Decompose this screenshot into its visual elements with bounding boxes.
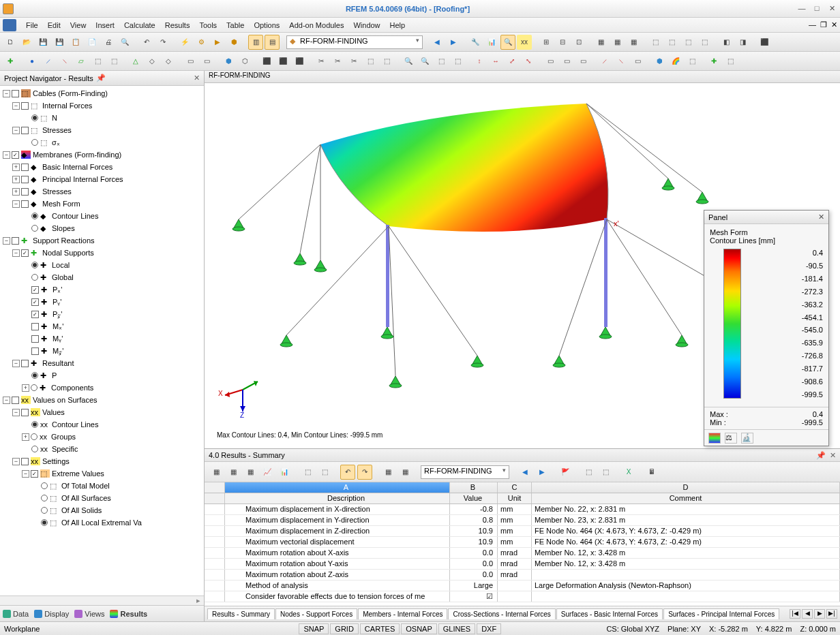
tb-g-icon[interactable]: ⊡ [571, 35, 586, 50]
tab-display[interactable]: Display [34, 610, 69, 618]
tab-data[interactable]: Data [3, 610, 29, 618]
rtb-10[interactable]: ▦ [380, 465, 395, 480]
cartes-toggle[interactable]: CARTES [360, 623, 400, 634]
navigator-tree[interactable]: −⬚Cables (Form-Finding) −⬚Internal Force… [0, 86, 204, 595]
new-icon[interactable]: 🗋 [3, 35, 18, 50]
table-row[interactable]: Maximum vectorial displacement10.9mmFE N… [205, 537, 840, 548]
t2-13-icon[interactable]: ⬢ [221, 54, 236, 69]
menu-addons[interactable]: Add-on Modules [285, 20, 348, 31]
menu-help[interactable]: Help [386, 20, 410, 31]
results-combo[interactable]: RF-FORM-FINDING [421, 465, 509, 479]
rtb-13[interactable]: ⬚ [581, 465, 596, 480]
rtb-6[interactable]: ⬚ [300, 465, 315, 480]
rtab-surf-princ[interactable]: Surfaces - Principal Internal Forces [663, 608, 779, 619]
t2-21-icon[interactable]: ⬚ [363, 54, 378, 69]
t2-28-icon[interactable]: ↔ [488, 54, 503, 69]
t2-5-icon[interactable]: ▱ [74, 54, 89, 69]
panel-close-icon[interactable]: ✕ [818, 213, 824, 221]
menu-window[interactable]: Window [349, 20, 384, 31]
rtb-4[interactable]: 📈 [260, 465, 275, 480]
tb-j-icon[interactable]: ▦ [626, 35, 641, 50]
calc3-icon[interactable]: ▶ [210, 35, 225, 50]
rtb-excel[interactable]: X [621, 465, 636, 480]
t2-29-icon[interactable]: ⤢ [505, 54, 520, 69]
t2-14-icon[interactable]: ⬡ [237, 54, 252, 69]
t2-34-icon[interactable]: ⟋ [597, 54, 612, 69]
rtab-cross[interactable]: Cross-Sections - Internal Forces [448, 608, 555, 619]
panel-icon-3[interactable]: 🔬 [741, 433, 753, 444]
t2-41-icon[interactable]: ⬚ [723, 54, 738, 69]
rtab-summary[interactable]: Results - Summary [207, 608, 275, 619]
menu-results[interactable]: Results [161, 20, 194, 31]
rtb-7[interactable]: ⬚ [317, 465, 332, 480]
t2-16-icon[interactable]: ⬛ [275, 54, 290, 69]
glines-toggle[interactable]: GLINES [438, 623, 475, 634]
preview-icon[interactable]: 🔍 [117, 35, 132, 50]
t2-24-icon[interactable]: 🔍 [417, 54, 432, 69]
table-row[interactable]: Consider favorable effects due to tensio… [205, 591, 840, 602]
mdi-minimize[interactable]: — [809, 20, 816, 29]
mdi-restore[interactable]: ❐ [820, 20, 827, 29]
t2-35-icon[interactable]: ⟍ [614, 54, 629, 69]
t2-2-icon[interactable]: ● [25, 54, 40, 69]
t2-17-icon[interactable]: ⬛ [292, 54, 307, 69]
t2-33-icon[interactable]: ▭ [575, 54, 590, 69]
rtb-8[interactable]: ↶ [340, 465, 355, 480]
tb-k-icon[interactable]: ⬚ [648, 35, 663, 50]
save-icon[interactable]: 💾 [35, 35, 50, 50]
rtb-9[interactable]: ↷ [357, 465, 372, 480]
tb-b-icon[interactable]: 📊 [484, 35, 499, 50]
t2-30-icon[interactable]: ⤡ [521, 54, 536, 69]
rtb-11[interactable]: ▦ [397, 465, 412, 480]
t2-9-icon[interactable]: ◇ [145, 54, 160, 69]
t2-23-icon[interactable]: 🔍 [401, 54, 416, 69]
rtb-next[interactable]: ▶ [535, 465, 550, 480]
rtb-3[interactable]: ▦ [243, 465, 258, 480]
rtab-members[interactable]: Members - Internal Forces [358, 608, 447, 619]
rtb-prev[interactable]: ◀ [518, 465, 532, 480]
undo-icon[interactable]: ↶ [139, 35, 154, 50]
t2-39-icon[interactable]: ⬚ [685, 54, 700, 69]
grid-toggle[interactable]: GRID [330, 623, 359, 634]
table-row[interactable]: Method of analysisLargeLarge Deformation… [205, 580, 840, 591]
t2-11-icon[interactable]: ▭ [183, 54, 198, 69]
tb-h-icon[interactable]: ▦ [593, 35, 608, 50]
results-table[interactable]: A B C D Description Value Unit Comment M… [205, 482, 840, 606]
tb-c-icon[interactable]: 🔍 [500, 35, 515, 50]
table-row[interactable]: Maximum displacement in Y-direction0.8mm… [205, 515, 840, 526]
tabs-first[interactable]: |◀ [790, 609, 800, 619]
t2-20-icon[interactable]: ✂ [346, 54, 361, 69]
osnap-toggle[interactable]: OSNAP [401, 623, 437, 634]
menu-calculate[interactable]: Calculate [120, 20, 160, 31]
dxf-toggle[interactable]: DXF [477, 623, 501, 634]
t2-7-icon[interactable]: ⬚ [106, 54, 121, 69]
copy-icon[interactable]: 📋 [68, 35, 83, 50]
t2-15-icon[interactable]: ⬛ [259, 54, 274, 69]
tb-i-icon[interactable]: ▦ [610, 35, 625, 50]
menu-view[interactable]: View [66, 20, 91, 31]
menu-file[interactable]: File [22, 20, 42, 31]
app-menu-icon[interactable] [3, 19, 16, 31]
tb-m-icon[interactable]: ⬚ [680, 35, 695, 50]
t2-1-icon[interactable]: ✚ [3, 54, 18, 69]
maximize-button[interactable]: □ [811, 4, 822, 14]
table-row[interactable]: Maximum displacement in X-direction-0.8m… [205, 504, 840, 515]
t2-18-icon[interactable]: ✂ [314, 54, 329, 69]
panel-icon-1[interactable] [708, 433, 721, 444]
results-pin-icon[interactable]: 📌 [816, 451, 826, 460]
redo-icon[interactable]: ↷ [155, 35, 170, 50]
t2-31-icon[interactable]: ▭ [543, 54, 558, 69]
calc2-icon[interactable]: ⚙ [194, 35, 209, 50]
t2-40-icon[interactable]: ✚ [706, 54, 721, 69]
table-row[interactable]: Maximum rotation about Y-axis0.0mradMemb… [205, 559, 840, 570]
loadcase-combo[interactable]: ◆ RF-FORM-FINDING [286, 35, 423, 49]
tab-results[interactable]: Results [110, 610, 147, 618]
tb-p-icon[interactable]: ◨ [735, 35, 750, 50]
save-all-icon[interactable]: 💾 [52, 35, 67, 50]
t2-22-icon[interactable]: ⬚ [379, 54, 394, 69]
t2-27-icon[interactable]: ↕ [472, 54, 487, 69]
panel-icon-2[interactable]: ⚖ [725, 433, 737, 444]
results-close-icon[interactable]: ✕ [830, 451, 836, 460]
menu-edit[interactable]: Edit [44, 20, 65, 31]
t2-32-icon[interactable]: ▭ [559, 54, 574, 69]
